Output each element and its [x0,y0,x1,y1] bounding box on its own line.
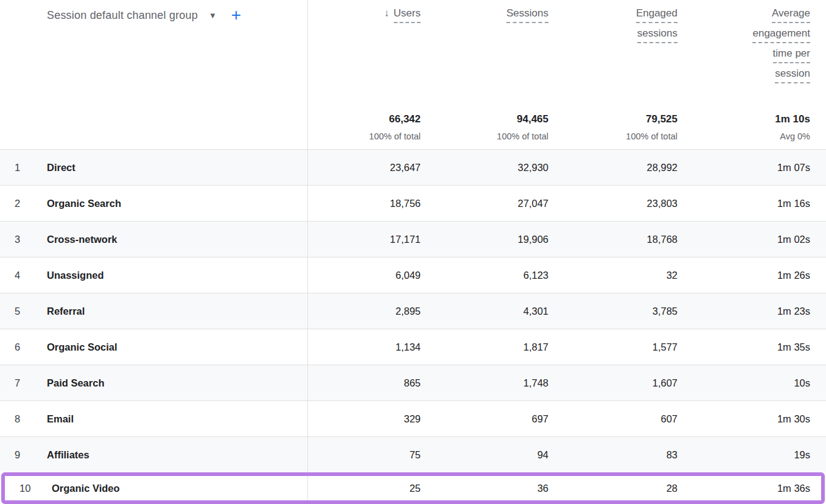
users-value: 23,647 [308,150,421,185]
sessions-value: 697 [421,401,548,436]
table-header: Session default channel group ▼ + ↓Users… [0,0,826,149]
channel-group-report-table: Session default channel group ▼ + ↓Users… [0,0,826,504]
totals-sessions: 94,465 100% of total [497,113,548,141]
total-engaged-sessions-value: 79,525 [626,113,677,125]
column-users: ↓Users 66,342 100% of total [308,0,421,149]
users-value: 1,134 [308,329,421,365]
avg-engagement-time-value: 1m 36s [677,476,810,500]
total-sessions-value: 94,465 [497,113,548,125]
total-users-value: 66,342 [369,113,421,125]
engaged-sessions-value: 32 [548,257,677,293]
engaged-sessions-value: 607 [548,401,677,436]
column-header-avg-engagement-time[interactable]: Average engagement time per session [752,7,810,88]
engaged-sessions-value: 1,607 [548,365,677,401]
column-sessions: Sessions 94,465 100% of total [421,0,548,149]
table-row: 8 Email 329 697 607 1m 30s [0,401,826,436]
sessions-value: 4,301 [421,293,548,329]
table-row-highlighted: 10 Organic Video 25 36 28 1m 36s [1,472,825,504]
total-avg-engagement-time-subtext: Avg 0% [775,131,810,141]
channel-name: Referral [47,306,85,317]
channel-name: Email [47,413,74,425]
row-index: 2 [15,198,47,209]
engaged-sessions-value: 1,577 [548,329,677,365]
table-body: 1 Direct 23,647 32,930 28,992 1m 07s 2 O… [0,149,826,504]
users-value: 865 [308,365,421,401]
totals-avg-engagement-time: 1m 10s Avg 0% [775,113,810,141]
row-index: 5 [15,306,47,317]
avg-engagement-time-value: 10s [677,365,810,401]
sessions-value: 94 [421,437,548,472]
sessions-value: 19,906 [421,222,548,257]
channel-name: Paid Search [47,377,104,389]
totals-users: 66,342 100% of total [369,113,421,141]
table-row: 2 Organic Search 18,756 27,047 23,803 1m… [0,185,826,221]
avg-engagement-time-value: 1m 26s [677,257,810,293]
users-value: 18,756 [308,186,421,221]
column-avg-engagement-time: Average engagement time per session 1m 1… [677,0,810,149]
users-value: 2,895 [308,293,421,329]
totals-engaged-sessions: 79,525 100% of total [626,113,677,141]
sessions-value: 6,123 [421,257,548,293]
users-value: 17,171 [308,222,421,257]
total-users-subtext: 100% of total [369,131,421,141]
row-index: 3 [15,234,47,245]
row-index: 4 [15,270,47,281]
table-row: 7 Paid Search 865 1,748 1,607 10s [0,365,826,401]
column-header-sessions[interactable]: Sessions [506,7,548,23]
row-index: 10 [19,483,52,494]
channel-name: Organic Video [52,483,120,494]
sessions-value: 36 [421,476,548,500]
users-value: 6,049 [308,257,421,293]
users-value: 75 [308,437,421,472]
row-index: 1 [15,162,47,173]
row-index: 6 [15,341,47,353]
sessions-value: 1,748 [421,365,548,401]
table-row: 1 Direct 23,647 32,930 28,992 1m 07s [0,149,826,185]
total-engaged-sessions-subtext: 100% of total [626,131,677,141]
avg-engagement-time-value: 1m 35s [677,329,810,365]
engaged-sessions-value: 18,768 [548,222,677,257]
channel-name: Organic Social [47,341,117,353]
users-value: 329 [308,401,421,436]
channel-name: Affiliates [47,449,89,461]
avg-engagement-time-value: 19s [677,437,810,472]
engaged-sessions-value: 28,992 [548,150,677,185]
row-index: 7 [15,377,47,389]
avg-engagement-time-value: 1m 16s [677,186,810,221]
channel-name: Unassigned [47,270,104,281]
engaged-sessions-value: 28 [548,476,677,500]
add-dimension-button[interactable]: + [231,9,241,22]
dimension-header-cell: Session default channel group ▼ + [0,0,308,149]
avg-engagement-time-value: 1m 02s [677,222,810,257]
table-row: 3 Cross-network 17,171 19,906 18,768 1m … [0,221,826,257]
sessions-value: 27,047 [421,186,548,221]
engaged-sessions-value: 23,803 [548,186,677,221]
channel-name: Organic Search [47,198,121,209]
table-row: 9 Affiliates 75 94 83 19s [0,436,826,472]
table-row: 4 Unassigned 6,049 6,123 32 1m 26s [0,257,826,293]
sessions-value: 1,817 [421,329,548,365]
table-row: 5 Referral 2,895 4,301 3,785 1m 23s [0,293,826,329]
row-index: 9 [15,449,47,461]
chevron-down-icon[interactable]: ▼ [209,11,217,20]
avg-engagement-time-value: 1m 30s [677,401,810,436]
dimension-dropdown[interactable]: Session default channel group [47,9,198,22]
table-row: 6 Organic Social 1,134 1,817 1,577 1m 35… [0,329,826,365]
avg-engagement-time-value: 1m 07s [677,150,810,185]
users-value: 25 [308,476,421,500]
total-avg-engagement-time-value: 1m 10s [775,113,810,125]
channel-name: Cross-network [47,234,117,245]
engaged-sessions-value: 3,785 [548,293,677,329]
sessions-value: 32,930 [421,150,548,185]
column-header-engaged-sessions[interactable]: Engaged sessions [636,7,677,47]
channel-name: Direct [47,162,75,173]
column-header-users[interactable]: Users [394,7,421,23]
total-sessions-subtext: 100% of total [497,131,548,141]
column-engaged-sessions: Engaged sessions 79,525 100% of total [548,0,677,149]
sort-descending-icon: ↓ [384,7,390,19]
row-index: 8 [15,413,47,425]
engaged-sessions-value: 83 [548,437,677,472]
avg-engagement-time-value: 1m 23s [677,293,810,329]
